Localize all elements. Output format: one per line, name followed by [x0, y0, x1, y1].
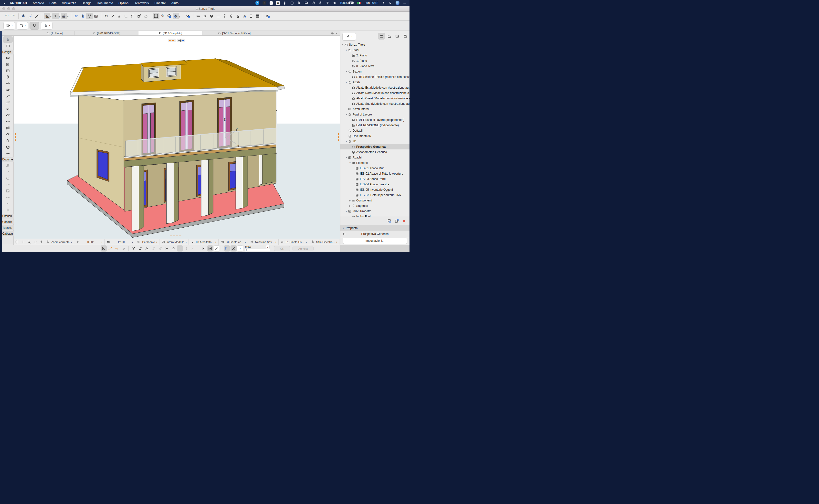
- toolbar-undo-button[interactable]: ↶: [3, 13, 10, 19]
- tool-spline[interactable]: [3, 181, 13, 188]
- view-settings-button[interactable]: [387, 219, 392, 223]
- snap-snap-vertex-button[interactable]: [131, 245, 137, 252]
- tree-item-superfici[interactable]: ▶Superfici: [340, 203, 409, 209]
- disclosure-triangle[interactable]: ▼: [345, 81, 348, 84]
- toolbar-linetypes-manager-button[interactable]: [215, 13, 221, 19]
- statusbar-chip-layers[interactable]: Personale›: [135, 239, 159, 245]
- tree-item-ies-03-abaco-porte[interactable]: IES-03 Abaco Porte: [340, 176, 409, 182]
- statusbar-chip-rotation[interactable]: 0,00°›: [74, 239, 105, 245]
- snap-snap-reference-button[interactable]: [190, 245, 196, 252]
- toolbar-favorites-pen-button[interactable]: [241, 13, 248, 19]
- toolbox-section-ulteriori[interactable]: Ulteriori: [2, 214, 14, 219]
- tool-fill-hatch[interactable]: [3, 162, 13, 169]
- statusbar-chip-house-plan[interactable]: 01 Pianta Esi...›: [279, 239, 309, 245]
- snap-snap-multi-button[interactable]: [157, 245, 163, 252]
- disclosure-triangle[interactable]: ▼: [341, 44, 344, 46]
- tool-arrow-cursor[interactable]: [3, 36, 13, 43]
- tool-slab[interactable]: [3, 87, 13, 93]
- status-shape-badge-icon[interactable]: [270, 1, 273, 5]
- tree-item-f-01-flusso-di-lavoro-indipend[interactable]: F-01 Flusso di Lavoro (Indipendente): [340, 117, 409, 123]
- statusbar-chip-zoom-fit[interactable]: Zoom corrente›: [44, 239, 74, 245]
- tree-item-alzati[interactable]: ▼Alzati: [340, 80, 409, 85]
- tool-window[interactable]: [3, 68, 13, 74]
- snap-snap-bisector-button[interactable]: [144, 245, 150, 252]
- status-calendar-icon[interactable]: 26: [276, 1, 280, 5]
- toolbar-schedule-manager-button[interactable]: [254, 13, 261, 19]
- snap-snap-parallel-button[interactable]: [137, 245, 143, 252]
- toolbar-brush-manager-button[interactable]: [228, 13, 235, 19]
- toolbar-fillet-button[interactable]: [129, 13, 136, 19]
- toolbar-align-elements-button[interactable]: [116, 13, 123, 19]
- toolbar-adjust-axe-button[interactable]: [110, 13, 116, 19]
- tool-column[interactable]: [3, 74, 13, 80]
- statusbar-walk-button[interactable]: [38, 239, 44, 245]
- tree-item-f-01-revisione-indipendente-[interactable]: F-01 REVISIONE (Indipendente): [340, 123, 409, 128]
- tree-item-senza-titolo[interactable]: ▼Senza Titolo: [340, 42, 409, 47]
- snap-marquee-add-button[interactable]: [200, 245, 207, 252]
- tree-item-s-01-sezione-edificio-modello-[interactable]: S-01 Sezione Edificio (Modello con ricos…: [340, 74, 409, 80]
- tree-item-piani[interactable]: ▼Piani: [340, 47, 409, 53]
- tool-curtain-wall[interactable]: [3, 125, 13, 131]
- status-wifi-icon[interactable]: [325, 1, 329, 5]
- navigator-mode-layout-book[interactable]: [393, 33, 401, 40]
- properties-header[interactable]: ▼ Proprietà: [340, 225, 409, 231]
- disclosure-triangle[interactable]: ▼: [345, 210, 348, 212]
- tab-overflow-icon[interactable]: [331, 31, 334, 35]
- disclosure-triangle[interactable]: ▼: [345, 157, 348, 159]
- toolbar-edit-pencil-button[interactable]: ✎: [159, 13, 166, 19]
- navigator-popup-button[interactable]: ›: [342, 33, 356, 41]
- snap-marquee-fill-button[interactable]: [207, 245, 213, 252]
- disclosure-triangle[interactable]: ▼: [349, 162, 351, 164]
- statusbar-chip-drawing-frame[interactable]: 03 Piante co...›: [219, 239, 248, 245]
- snap-ruler-tri-button[interactable]: [101, 245, 107, 252]
- disclosure-triangle[interactable]: ▼: [345, 49, 348, 51]
- tree-item-ies-01-abaco-muri[interactable]: IES-01 Abaco Muri: [340, 166, 409, 171]
- status-display-frame-icon[interactable]: [290, 1, 294, 5]
- tree-item-ies-05-inventario-oggetti[interactable]: IES-05 Inventario Oggetti: [340, 187, 409, 192]
- disclosure-triangle[interactable]: ▼: [342, 227, 344, 229]
- tree-item-3d[interactable]: ▼3D: [340, 139, 409, 144]
- quickbar-marquee-select-button[interactable]: ›: [17, 22, 28, 30]
- new-viewpoint-button[interactable]: [394, 219, 399, 223]
- app-menu-archicad[interactable]: ARCHICAD: [10, 1, 27, 5]
- toolbar-virtual-trace-button[interactable]: [73, 13, 80, 19]
- tool-railing[interactable]: [3, 99, 13, 106]
- toolbar-view-3d-button[interactable]: [173, 13, 179, 19]
- visibility-eye-chip[interactable]: [177, 39, 185, 42]
- tree-item-alzato-sud-modello-con-ricostr[interactable]: Alzato Sud (Modello con ricostruzione au: [340, 101, 409, 106]
- snap-eraser-guides-button[interactable]: [120, 245, 126, 252]
- tree-item-alzato-nord-modello-con-ricost[interactable]: Alzato Nord (Modello con ricostruzione a: [340, 90, 409, 96]
- tool-line[interactable]: [3, 169, 13, 175]
- toolbar-trace-ref-button[interactable]: [80, 13, 86, 19]
- toolbar-surfaces-manager-button[interactable]: [195, 13, 202, 19]
- tool-zone-stamp[interactable]: [3, 144, 13, 150]
- toolbar-pens-manager-button[interactable]: [221, 13, 228, 19]
- toolbox-section-design[interactable]: Design: [2, 50, 14, 54]
- status-bluetooth-icon[interactable]: [318, 1, 322, 5]
- close-window-button[interactable]: [2, 7, 5, 10]
- snap-chevron-right-button[interactable]: ›: [237, 245, 243, 252]
- tree-item-ies-04-abaco-finestre[interactable]: IES-04 Abaco Finestre: [340, 182, 409, 187]
- tree-item-elementi[interactable]: ▼Elementi: [340, 160, 409, 166]
- menu-item-visualizza[interactable]: Visualizza: [62, 1, 76, 5]
- snap-snap-special-button[interactable]: [164, 245, 170, 252]
- snap-snap-point-button[interactable]: [177, 245, 183, 252]
- toolbar-find-select-button[interactable]: [20, 13, 27, 19]
- status-fast-user-icon[interactable]: [381, 1, 385, 5]
- disclosure-triangle[interactable]: ▼: [345, 114, 348, 116]
- snap-division-value[interactable]: 2: [245, 249, 270, 252]
- tree-item-fogli-di-lavoro[interactable]: ▼Fogli di Lavoro: [340, 112, 409, 117]
- tree-item-abachi[interactable]: ▼Abachi: [340, 155, 409, 160]
- tool-marquee[interactable]: [3, 43, 13, 49]
- tool-level-marker[interactable]: [3, 200, 13, 207]
- tool-detail-marker[interactable]: [3, 207, 13, 213]
- disclosure-triangle[interactable]: ▼: [345, 140, 348, 143]
- status-clock-icon[interactable]: Lun 20:18: [365, 1, 378, 5]
- menu-item-archivio[interactable]: Archivio: [33, 1, 44, 5]
- navigator-mode-view-map[interactable]: [386, 33, 393, 40]
- status-spotlight-search-icon[interactable]: [389, 1, 392, 5]
- tree-item-alzati-interni[interactable]: Alzati Interni: [340, 106, 409, 112]
- toolbar-profile-ibeam-button[interactable]: [248, 13, 254, 19]
- status-battery-icon[interactable]: 100%: [340, 1, 354, 5]
- menu-item-teamwork[interactable]: Teamwork: [135, 1, 149, 5]
